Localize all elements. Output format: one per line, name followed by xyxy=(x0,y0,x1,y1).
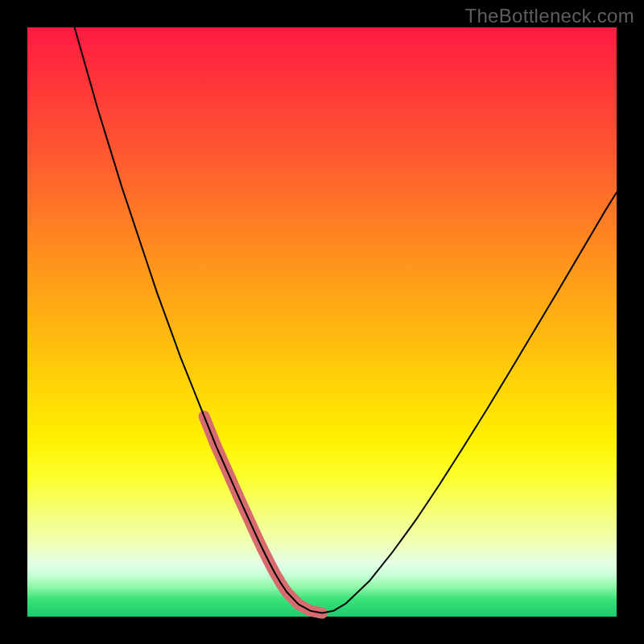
highlight-segment xyxy=(204,416,322,613)
watermark-text: TheBottleneck.com xyxy=(464,5,634,27)
plot-area xyxy=(27,27,617,617)
curve-layer xyxy=(27,27,617,617)
chart-frame: TheBottleneck.com xyxy=(0,0,644,644)
bottleneck-curve xyxy=(75,27,617,613)
